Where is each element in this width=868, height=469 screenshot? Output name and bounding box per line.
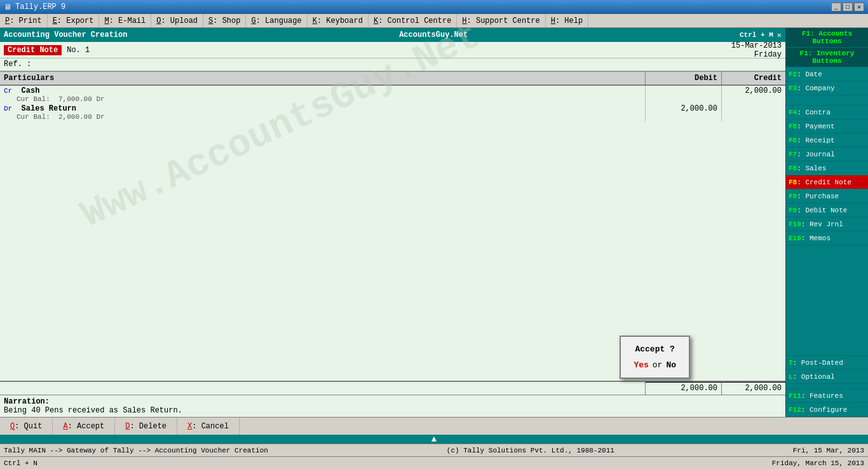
menu-bar: P: Print E: Export M: E-Mail O: Upload S… <box>0 14 868 28</box>
credit-note-label: Credit Note <box>4 45 62 55</box>
sidebar-btn-date[interactable]: F2: Date <box>786 67 868 81</box>
menu-shop[interactable]: S: Shop <box>203 14 246 27</box>
maximize-button[interactable]: □ <box>843 3 853 11</box>
menu-help[interactable]: H: Help <box>546 14 588 27</box>
table-header: Particulars Debit Credit <box>0 71 785 86</box>
credit-note-bar: Credit Note No. 1 15-Mar-2013 Friday <box>0 42 785 58</box>
inventory-buttons-header[interactable]: F1: Inventory Buttons <box>786 48 868 67</box>
menu-print[interactable]: P: Print <box>0 14 48 27</box>
sidebar-spacer-1 <box>786 95 868 105</box>
sidebar-btn-post-dated[interactable]: T: Post-Dated <box>786 356 868 370</box>
col-header-debit: Debit <box>646 72 722 85</box>
voucher-title: Accounting Voucher Creation <box>4 31 127 39</box>
accept-no-button[interactable]: No <box>666 360 676 370</box>
copyright: (c) Tally Solutions Pvt. Ltd., 1988-2011 <box>447 447 614 454</box>
voucher-header: Accounting Voucher Creation AccountsGuy.… <box>0 28 785 42</box>
sidebar-btn-debit-note[interactable]: F9: Debit Note <box>786 203 868 217</box>
row1-particulars[interactable]: Cr Cash Cur Bal: 7,000.00 Dr <box>0 86 646 104</box>
accept-or-label: or <box>653 360 663 370</box>
narration-label: Narration: <box>4 397 50 406</box>
status-date: Fri, 15 Mar, 2013 <box>793 447 864 454</box>
voucher-day: Friday <box>731 50 782 59</box>
row2-prefix: Dr <box>4 105 12 112</box>
totals-row: 2,000.00 2,000.00 <box>0 381 785 395</box>
credit-note-left: Credit Note No. 1 <box>4 45 90 55</box>
voucher-date: 15-Mar-2013 <box>731 41 782 50</box>
menu-control-centre[interactable]: K: Control Centre <box>369 14 457 27</box>
accept-dialog: Accept ? Yes or No <box>620 336 690 379</box>
sidebar-btn-configure[interactable]: F12: Configure <box>786 403 868 417</box>
accept-yes-button[interactable]: Yes <box>634 360 648 370</box>
sidebar-btn-receipt[interactable]: F6: Receipt <box>786 133 868 147</box>
row2-curbal: Cur Bal: 2,000.00 Dr <box>4 113 641 121</box>
ref-label: Ref. : <box>4 60 31 69</box>
sidebar-btn-rev-jrnl[interactable]: F10: Rev Jrnl <box>786 217 868 231</box>
minimize-button[interactable]: _ <box>831 3 841 11</box>
delete-button[interactable]: D: Delete <box>115 418 177 435</box>
sidebar-btn-purchase[interactable]: F9: Purchase <box>786 189 868 203</box>
title-bar: 🖥 Tally.ERP 9 _ □ ✕ <box>0 0 868 14</box>
accept-dialog-buttons: Yes or No <box>634 360 676 370</box>
title-bar-left: 🖥 Tally.ERP 9 <box>4 3 65 12</box>
col-header-particulars: Particulars <box>0 72 646 85</box>
right-sidebar: F1: Accounts Buttons F1: Inventory Butto… <box>785 28 868 417</box>
menu-email[interactable]: M: E-Mail <box>99 14 151 27</box>
bottom-date: Friday, March 15, 2013 <box>772 459 864 467</box>
row1-credit: 2,000.00 <box>722 86 785 104</box>
menu-support[interactable]: H: Support Centre <box>457 14 545 27</box>
accept-button[interactable]: A: Accept <box>53 418 115 435</box>
website-badge: AccountsGuy.Net <box>399 31 468 39</box>
totals-debit: 2,000.00 <box>646 382 722 395</box>
sidebar-spacer-3 <box>786 384 868 389</box>
ctrl-n-label: Ctrl + N <box>4 459 37 467</box>
bottom-bar: Q: Quit A: Accept D: Delete X: Cancel <box>0 417 868 435</box>
menu-export[interactable]: E: Export <box>48 14 100 27</box>
voucher-close-icon[interactable]: ✕ <box>777 31 782 40</box>
accept-dialog-title: Accept ? <box>634 344 676 354</box>
main-area: Accounting Voucher Creation AccountsGuy.… <box>0 28 868 417</box>
credit-note-number: No. 1 <box>67 46 90 55</box>
credit-note-date: 15-Mar-2013 Friday <box>731 41 782 59</box>
ctrl-m-label: Ctrl + M <box>740 31 773 39</box>
row2-particulars[interactable]: Dr Sales Return Cur Bal: 2,000.00 Dr <box>0 104 646 121</box>
sidebar-btn-payment[interactable]: F5: Payment <box>786 119 868 133</box>
sidebar-btn-contra[interactable]: F4: Contra <box>786 105 868 119</box>
row1-account: Cash <box>22 86 40 95</box>
sidebar-spacer-2 <box>786 245 868 356</box>
scroll-indicator[interactable]: ▲ <box>0 435 868 444</box>
breadcrumb: Tally MAIN --> Gateway of Tally --> Acco… <box>4 447 268 454</box>
row2-credit <box>722 104 785 121</box>
menu-keyboard[interactable]: K: Keyboard <box>308 14 369 27</box>
accounts-buttons-header[interactable]: F1: Accounts Buttons <box>786 28 868 48</box>
bottom-status-bar: Ctrl + N Friday, March 15, 2013 <box>0 456 868 469</box>
title-bar-controls[interactable]: _ □ ✕ <box>831 3 864 11</box>
row2-account: Sales Return <box>22 104 76 113</box>
totals-spacer <box>0 382 646 395</box>
app-title: Tally.ERP 9 <box>15 3 65 11</box>
bottom-bar-spacer <box>240 418 868 435</box>
sidebar-btn-company[interactable]: F3: Company <box>786 81 868 95</box>
menu-upload[interactable]: O: Upload <box>151 14 203 27</box>
close-button[interactable]: ✕ <box>854 3 864 11</box>
sidebar-btn-memos[interactable]: E10: Memos <box>786 231 868 245</box>
quit-button[interactable]: Q: Quit <box>0 418 53 435</box>
col-header-credit: Credit <box>722 72 785 85</box>
app-icon: 🖥 <box>4 3 11 12</box>
row2-debit: 2,000.00 <box>646 104 722 121</box>
cancel-button[interactable]: X: Cancel <box>177 418 240 435</box>
sidebar-btn-features[interactable]: F11: Features <box>786 389 868 403</box>
menu-language[interactable]: G: Language <box>246 14 307 27</box>
row1-debit <box>646 86 722 104</box>
sidebar-btn-sales[interactable]: F8: Sales <box>786 161 868 175</box>
sidebar-btn-credit-note[interactable]: F8: Credit Note <box>786 175 868 189</box>
row1-prefix: Cr <box>4 87 12 95</box>
ref-bar: Ref. : <box>0 58 785 71</box>
table-row: Dr Sales Return Cur Bal: 2,000.00 Dr 2,0… <box>0 104 785 121</box>
voucher-header-left: Accounting Voucher Creation <box>4 31 127 39</box>
sidebar-btn-optional[interactable]: L: Optional <box>786 370 868 384</box>
narration-text: Being 40 Pens received as Sales Return. <box>4 406 782 415</box>
row1-curbal: Cur Bal: 7,000.00 Dr <box>4 95 641 103</box>
table-row: Cr Cash Cur Bal: 7,000.00 Dr 2,000.00 <box>0 86 785 104</box>
narration-area[interactable]: Narration: Being 40 Pens received as Sal… <box>0 395 785 417</box>
sidebar-btn-journal[interactable]: F7: Journal <box>786 147 868 161</box>
